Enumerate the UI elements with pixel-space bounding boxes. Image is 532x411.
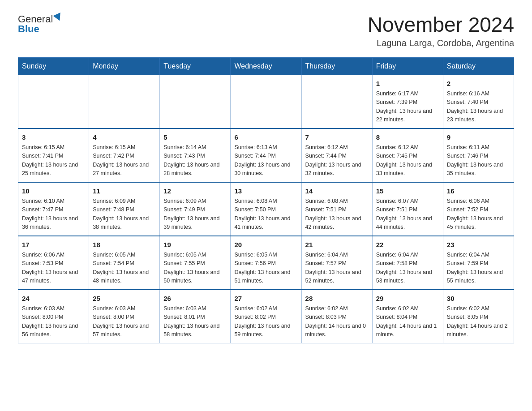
day-info: Sunrise: 6:09 AMSunset: 7:49 PMDaylight:… [163, 197, 227, 232]
day-number: 15 [376, 186, 439, 197]
calendar-week-row: 24Sunrise: 6:03 AMSunset: 8:00 PMDayligh… [18, 290, 514, 343]
header-wednesday: Wednesday [231, 57, 301, 75]
day-number: 3 [22, 133, 85, 143]
calendar-cell: 30Sunrise: 6:02 AMSunset: 8:05 PMDayligh… [443, 290, 514, 343]
day-number: 25 [93, 294, 156, 304]
day-info: Sunrise: 6:15 AMSunset: 7:41 PMDaylight:… [22, 143, 85, 178]
calendar-header-row: Sunday Monday Tuesday Wednesday Thursday… [18, 57, 514, 75]
page-header: General Blue November 2024 Laguna Larga,… [18, 13, 514, 48]
day-number: 19 [163, 240, 227, 250]
day-info: Sunrise: 6:06 AMSunset: 7:53 PMDaylight:… [22, 251, 85, 286]
calendar-subtitle: Laguna Larga, Cordoba, Argentina [368, 38, 514, 48]
day-number: 8 [376, 133, 439, 143]
day-number: 7 [305, 133, 369, 143]
day-number: 1 [376, 79, 439, 89]
calendar-cell [18, 75, 89, 128]
calendar-cell: 12Sunrise: 6:09 AMSunset: 7:49 PMDayligh… [160, 182, 231, 236]
day-info: Sunrise: 6:02 AMSunset: 8:03 PMDaylight:… [305, 304, 369, 339]
calendar-cell: 26Sunrise: 6:03 AMSunset: 8:01 PMDayligh… [160, 290, 231, 343]
calendar-cell: 19Sunrise: 6:05 AMSunset: 7:55 PMDayligh… [160, 236, 231, 290]
day-number: 30 [447, 294, 510, 304]
day-info: Sunrise: 6:03 AMSunset: 8:00 PMDaylight:… [93, 304, 156, 339]
day-info: Sunrise: 6:12 AMSunset: 7:44 PMDaylight:… [305, 143, 369, 178]
day-info: Sunrise: 6:13 AMSunset: 7:44 PMDaylight:… [234, 143, 297, 178]
calendar-cell: 6Sunrise: 6:13 AMSunset: 7:44 PMDaylight… [231, 128, 301, 182]
day-number: 18 [93, 240, 156, 250]
day-info: Sunrise: 6:02 AMSunset: 8:05 PMDaylight:… [447, 304, 510, 339]
calendar-table: Sunday Monday Tuesday Wednesday Thursday… [18, 57, 514, 343]
calendar-cell: 29Sunrise: 6:02 AMSunset: 8:04 PMDayligh… [372, 290, 443, 343]
day-info: Sunrise: 6:09 AMSunset: 7:48 PMDaylight:… [93, 197, 156, 232]
day-number: 17 [22, 240, 85, 250]
calendar-cell: 11Sunrise: 6:09 AMSunset: 7:48 PMDayligh… [89, 182, 160, 236]
calendar-cell: 2Sunrise: 6:16 AMSunset: 7:40 PMDaylight… [443, 75, 514, 128]
day-number: 28 [305, 294, 369, 304]
day-info: Sunrise: 6:05 AMSunset: 7:54 PMDaylight:… [93, 251, 156, 286]
day-info: Sunrise: 6:08 AMSunset: 7:51 PMDaylight:… [305, 197, 369, 232]
day-info: Sunrise: 6:03 AMSunset: 8:01 PMDaylight:… [163, 304, 227, 339]
day-number: 27 [234, 294, 297, 304]
logo-blue: Blue [18, 23, 39, 35]
calendar-cell: 21Sunrise: 6:04 AMSunset: 7:57 PMDayligh… [301, 236, 372, 290]
day-info: Sunrise: 6:08 AMSunset: 7:50 PMDaylight:… [234, 197, 297, 232]
day-info: Sunrise: 6:11 AMSunset: 7:46 PMDaylight:… [447, 143, 510, 178]
day-number: 9 [447, 133, 510, 143]
calendar-cell: 5Sunrise: 6:14 AMSunset: 7:43 PMDaylight… [160, 128, 231, 182]
calendar-cell [89, 75, 160, 128]
day-number: 20 [234, 240, 297, 250]
day-number: 26 [163, 294, 227, 304]
day-info: Sunrise: 6:03 AMSunset: 8:00 PMDaylight:… [22, 304, 85, 339]
day-info: Sunrise: 6:05 AMSunset: 7:56 PMDaylight:… [234, 251, 297, 286]
day-number: 11 [93, 186, 156, 197]
calendar-cell: 28Sunrise: 6:02 AMSunset: 8:03 PMDayligh… [301, 290, 372, 343]
day-number: 5 [163, 133, 227, 143]
calendar-week-row: 1Sunrise: 6:17 AMSunset: 7:39 PMDaylight… [18, 75, 514, 128]
calendar-cell: 22Sunrise: 6:04 AMSunset: 7:58 PMDayligh… [372, 236, 443, 290]
calendar-title: November 2024 [368, 13, 514, 36]
header-tuesday: Tuesday [160, 57, 231, 75]
calendar-cell: 24Sunrise: 6:03 AMSunset: 8:00 PMDayligh… [18, 290, 89, 343]
day-info: Sunrise: 6:12 AMSunset: 7:45 PMDaylight:… [376, 143, 439, 178]
day-number: 23 [447, 240, 510, 250]
day-number: 16 [447, 186, 510, 197]
day-info: Sunrise: 6:17 AMSunset: 7:39 PMDaylight:… [376, 90, 439, 124]
calendar-cell: 10Sunrise: 6:10 AMSunset: 7:47 PMDayligh… [18, 182, 89, 236]
logo-arrow-icon [53, 13, 64, 22]
header-friday: Friday [372, 57, 443, 75]
calendar-cell: 4Sunrise: 6:15 AMSunset: 7:42 PMDaylight… [89, 128, 160, 182]
calendar-cell: 9Sunrise: 6:11 AMSunset: 7:46 PMDaylight… [443, 128, 514, 182]
day-number: 4 [93, 133, 156, 143]
calendar-cell [301, 75, 372, 128]
day-info: Sunrise: 6:02 AMSunset: 8:04 PMDaylight:… [376, 304, 439, 339]
day-number: 21 [305, 240, 369, 250]
day-number: 29 [376, 294, 439, 304]
logo: General Blue [18, 13, 62, 35]
day-number: 6 [234, 133, 297, 143]
calendar-cell: 18Sunrise: 6:05 AMSunset: 7:54 PMDayligh… [89, 236, 160, 290]
header-saturday: Saturday [443, 57, 514, 75]
calendar-cell: 20Sunrise: 6:05 AMSunset: 7:56 PMDayligh… [231, 236, 301, 290]
day-info: Sunrise: 6:16 AMSunset: 7:40 PMDaylight:… [447, 90, 510, 124]
calendar-week-row: 3Sunrise: 6:15 AMSunset: 7:41 PMDaylight… [18, 128, 514, 182]
day-info: Sunrise: 6:04 AMSunset: 7:59 PMDaylight:… [447, 251, 510, 286]
title-block: November 2024 Laguna Larga, Cordoba, Arg… [368, 13, 514, 48]
calendar-cell: 1Sunrise: 6:17 AMSunset: 7:39 PMDaylight… [372, 75, 443, 128]
day-number: 12 [163, 186, 227, 197]
calendar-cell: 16Sunrise: 6:06 AMSunset: 7:52 PMDayligh… [443, 182, 514, 236]
calendar-cell: 15Sunrise: 6:07 AMSunset: 7:51 PMDayligh… [372, 182, 443, 236]
header-sunday: Sunday [18, 57, 89, 75]
calendar-cell: 27Sunrise: 6:02 AMSunset: 8:02 PMDayligh… [231, 290, 301, 343]
day-info: Sunrise: 6:07 AMSunset: 7:51 PMDaylight:… [376, 197, 439, 232]
day-info: Sunrise: 6:15 AMSunset: 7:42 PMDaylight:… [93, 143, 156, 178]
day-number: 10 [22, 186, 85, 197]
day-info: Sunrise: 6:04 AMSunset: 7:58 PMDaylight:… [376, 251, 439, 286]
day-info: Sunrise: 6:02 AMSunset: 8:02 PMDaylight:… [234, 304, 297, 339]
day-info: Sunrise: 6:06 AMSunset: 7:52 PMDaylight:… [447, 197, 510, 232]
calendar-cell: 7Sunrise: 6:12 AMSunset: 7:44 PMDaylight… [301, 128, 372, 182]
calendar-cell [160, 75, 231, 128]
calendar-cell: 23Sunrise: 6:04 AMSunset: 7:59 PMDayligh… [443, 236, 514, 290]
day-number: 24 [22, 294, 85, 304]
day-number: 22 [376, 240, 439, 250]
header-monday: Monday [89, 57, 160, 75]
calendar-week-row: 17Sunrise: 6:06 AMSunset: 7:53 PMDayligh… [18, 236, 514, 290]
